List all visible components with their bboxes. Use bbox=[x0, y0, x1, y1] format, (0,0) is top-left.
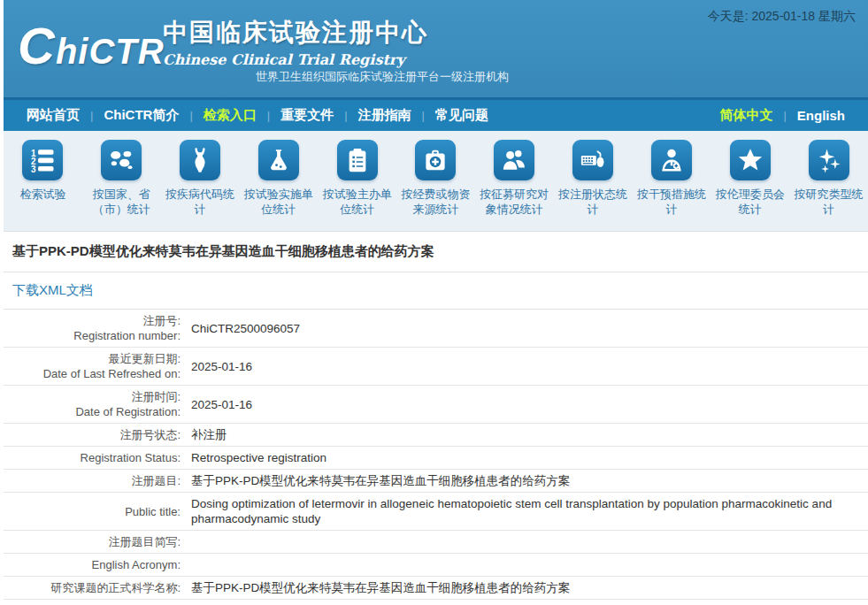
row-registration-number: 注册号: Registration number: ChiCTR25000960… bbox=[4, 310, 868, 348]
field-value: 补注册 bbox=[191, 427, 868, 442]
nav-item-search-entry[interactable]: 检索入口 bbox=[193, 107, 267, 124]
numbered-list-icon: 123 bbox=[22, 140, 63, 180]
field-label-zh: 注册题目: bbox=[4, 473, 181, 488]
row-public-title-zh: 注册题目: 基于PPK-PD模型优化来特莫韦在异基因造血干细胞移植患者的给药方案 bbox=[4, 470, 868, 493]
field-label-zh: 研究课题的正式科学名称: bbox=[4, 580, 181, 595]
toolbar-item-by-ethics-committee[interactable]: 按伦理委员会统计 bbox=[711, 140, 789, 231]
field-value: 基于PPK-PD模型优化来特莫韦在异基因造血干细胞移植患者的给药方案 bbox=[191, 580, 868, 595]
clipboard-icon bbox=[337, 140, 378, 180]
nav-item-faq[interactable]: 常见问题 bbox=[425, 107, 499, 124]
row-scientific-title-zh: 研究课题的正式科学名称: 基于PPK-PD模型优化来特莫韦在异基因造血干细胞移植… bbox=[4, 577, 868, 600]
nav-item-important-documents[interactable]: 重要文件 bbox=[270, 107, 344, 124]
site-title-zh: 中国临床试验注册中心 bbox=[163, 16, 428, 50]
nav-item-home[interactable]: 网站首页 bbox=[16, 107, 90, 124]
field-label-zh: 注册号: bbox=[4, 313, 181, 328]
field-value: ChiCTR2500096057 bbox=[191, 321, 868, 336]
toolbar-item-label: 按疾病代码统计 bbox=[161, 187, 240, 217]
registration-detail-table: 注册号: Registration number: ChiCTR25000960… bbox=[4, 310, 868, 600]
page: ChiCTR 中国临床试验注册中心 Chinese Clinical Trial… bbox=[4, 0, 868, 600]
trial-title: 基于PPK-PD模型优化来特莫韦在异基因造血干细胞移植患者的给药方案 bbox=[4, 232, 868, 272]
nav-item-registration-guide[interactable]: 注册指南 bbox=[348, 107, 422, 124]
toolbar-item-by-intervention[interactable]: 按干预措施统计 bbox=[633, 140, 711, 231]
field-value: Retrospective registration bbox=[191, 450, 868, 465]
field-label-en: Public title: bbox=[4, 504, 181, 519]
lang-english-link[interactable]: English bbox=[787, 108, 856, 123]
field-value: 2025-01-16 bbox=[191, 397, 868, 412]
row-title-acronym-zh: 注册题目简写: bbox=[4, 531, 868, 554]
field-label-en: English Acronym: bbox=[4, 557, 181, 572]
toolbar-item-label: 按试验主办单位统计 bbox=[318, 187, 396, 217]
row-public-title-en: Public title: Dosing optimization of let… bbox=[4, 493, 868, 531]
row-registration-status-en: Registration Status: Retrospective regis… bbox=[4, 447, 868, 470]
first-aid-kit-icon bbox=[415, 140, 456, 180]
field-label-zh: 注册题目简写: bbox=[4, 534, 181, 549]
field-label-zh: 最近更新日期: bbox=[4, 351, 181, 366]
toolbar-item-label: 按注册状态统计 bbox=[554, 187, 633, 217]
chictr-logo: ChiCTR bbox=[18, 19, 165, 78]
xml-link-row: 下载XML文档 bbox=[4, 272, 868, 310]
toolbar-item-by-funding-source[interactable]: 按经费或物资来源统计 bbox=[396, 140, 475, 231]
statistics-toolbar: 123 检索试验 按国家、省（市）统计 按疾病代码统计 按试验实施单位统计 bbox=[4, 131, 868, 232]
field-label-en: Registration Status: bbox=[4, 450, 181, 465]
field-label-zh: 注册号状态: bbox=[4, 427, 181, 442]
field-value bbox=[191, 534, 868, 549]
row-registration-status-zh: 注册号状态: 补注册 bbox=[4, 424, 868, 447]
row-last-refreshed-date: 最近更新日期: Date of Last Refreshed on: 2025-… bbox=[4, 348, 868, 386]
site-brand: 中国临床试验注册中心 Chinese Clinical Trial Regist… bbox=[163, 16, 428, 68]
toolbar-item-by-registration-status[interactable]: 按注册状态统计 bbox=[554, 140, 633, 231]
who-subtitle: 世界卫生组织国际临床试验注册平台一级注册机构 bbox=[256, 69, 509, 85]
field-value bbox=[191, 557, 868, 572]
field-label-en: Date of Last Refreshed on: bbox=[4, 366, 181, 381]
dna-icon bbox=[180, 140, 220, 180]
toolbar-item-by-sponsor-unit[interactable]: 按试验主办单位统计 bbox=[318, 140, 396, 231]
toolbar-item-label: 按经费或物资来源统计 bbox=[396, 187, 475, 217]
star-icon bbox=[730, 140, 771, 180]
doctor-icon bbox=[651, 140, 692, 180]
toolbar-item-by-recruitment[interactable]: 按征募研究对象情况统计 bbox=[475, 140, 554, 231]
toolbar-item-by-region[interactable]: 按国家、省（市）统计 bbox=[82, 140, 161, 231]
toolbar-item-label: 按伦理委员会统计 bbox=[711, 187, 789, 217]
toolbar-item-by-disease-code[interactable]: 按疾病代码统计 bbox=[161, 140, 240, 231]
field-value: 基于PPK-PD模型优化来特莫韦在异基因造血干细胞移植患者的给药方案 bbox=[191, 473, 868, 488]
main-nav: 网站首页 ChiCTR简介 检索入口 重要文件 注册指南 常见问题 简体中文 E… bbox=[4, 97, 868, 131]
today-date: 今天是: 2025-01-18 星期六 bbox=[708, 9, 856, 25]
field-label-en: Date of Registration: bbox=[4, 404, 181, 419]
toolbar-item-label: 检索试验 bbox=[17, 187, 68, 202]
toolbar-item-label: 按干预措施统计 bbox=[633, 187, 711, 217]
toolbar-item-label: 按征募研究对象情况统计 bbox=[475, 187, 554, 217]
row-english-acronym: English Acronym: bbox=[4, 554, 868, 577]
people-icon bbox=[494, 140, 534, 180]
row-registration-date: 注册时间: Date of Registration: 2025-01-16 bbox=[4, 386, 868, 424]
lang-simplified-chinese-link[interactable]: 简体中文 bbox=[709, 107, 783, 124]
toolbar-item-label: 按研究类型统计 bbox=[789, 187, 868, 217]
toolbar-item-label: 按国家、省（市）统计 bbox=[82, 187, 161, 217]
nav-item-about[interactable]: ChiCTR简介 bbox=[93, 107, 189, 124]
toolbar-item-label: 按试验实施单位统计 bbox=[239, 187, 318, 217]
site-title-en: Chinese Clinical Trial Registry bbox=[163, 51, 428, 68]
site-header: ChiCTR 中国临床试验注册中心 Chinese Clinical Trial… bbox=[4, 0, 868, 97]
sparkles-icon bbox=[809, 140, 849, 180]
flask-icon bbox=[258, 140, 299, 180]
svg-text:3: 3 bbox=[31, 165, 36, 173]
keyboard-mouse-icon bbox=[572, 140, 613, 180]
world-map-icon bbox=[101, 140, 142, 180]
download-xml-link[interactable]: 下载XML文档 bbox=[12, 282, 93, 297]
toolbar-item-by-implementing-unit[interactable]: 按试验实施单位统计 bbox=[239, 140, 318, 231]
field-value: 2025-01-16 bbox=[191, 359, 868, 374]
field-label-zh: 注册时间: bbox=[4, 389, 181, 404]
field-value: Dosing optimization of letermovir in all… bbox=[191, 496, 868, 526]
toolbar-item-search-trials[interactable]: 123 检索试验 bbox=[4, 140, 82, 231]
field-label-en: Registration number: bbox=[4, 328, 181, 343]
toolbar-item-by-study-type[interactable]: 按研究类型统计 bbox=[789, 140, 868, 231]
